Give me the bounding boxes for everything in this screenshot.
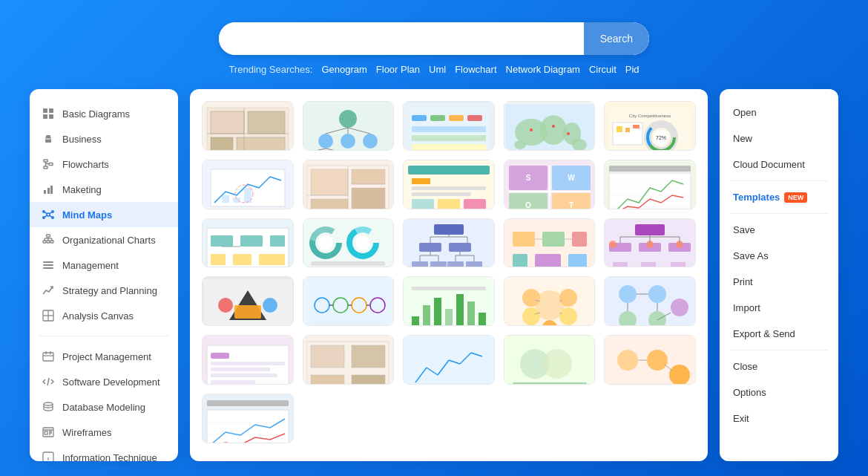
- sidebar-item-analysis[interactable]: Analysis Canvas: [30, 303, 178, 328]
- search-button[interactable]: Search: [584, 22, 649, 55]
- trending-uml[interactable]: Uml: [429, 64, 446, 75]
- template-thumb-movement: [203, 219, 293, 268]
- template-movement[interactable]: avement...: [202, 218, 294, 268]
- panel-new[interactable]: New: [730, 127, 828, 150]
- svg-rect-172: [466, 261, 482, 267]
- template-thumb-2dblock: [504, 219, 595, 268]
- svg-point-92: [540, 115, 567, 145]
- template-orgchart3[interactable]: Org Chart Set 3: [303, 101, 395, 151]
- template-2dblock[interactable]: 2D Block 23: [504, 218, 596, 268]
- panel-cloud[interactable]: Cloud Document: [730, 153, 828, 176]
- trending-genogram[interactable]: Genogram: [321, 64, 366, 75]
- panel-exit[interactable]: Exit: [730, 407, 828, 430]
- svg-line-22: [50, 212, 52, 215]
- template-thumb-bottom1: [303, 336, 394, 385]
- template-empirical[interactable]: Empirical Probability: [202, 160, 294, 209]
- sidebar-label-business: Business: [62, 134, 102, 145]
- panel-close[interactable]: Close: [730, 355, 828, 378]
- trending-circuit[interactable]: Circuit: [589, 64, 617, 75]
- svg-text:T: T: [569, 201, 573, 209]
- template-columnchart[interactable]: Column Chart an...: [403, 276, 495, 326]
- sidebar-item-database[interactable]: Database Modeling: [30, 394, 178, 420]
- template-redesign[interactable]: Redesign Website...: [403, 160, 495, 209]
- svg-rect-262: [211, 362, 285, 365]
- template-homeplan3[interactable]: Home Plan 3: [303, 160, 395, 209]
- sidebar-item-flowcharts[interactable]: Flowcharts: [30, 151, 178, 177]
- svg-rect-112: [222, 195, 229, 203]
- template-deptorg[interactable]: Department Org Chart: [403, 218, 495, 268]
- sidebar-item-info-tech[interactable]: Information Technique: [30, 445, 178, 461]
- panel-open[interactable]: Open: [730, 101, 828, 124]
- template-homeplan1[interactable]: Home Plan 1: [202, 101, 294, 151]
- panel-print[interactable]: Print: [730, 270, 828, 293]
- template-lifeplan[interactable]: Life Plan: [202, 335, 294, 385]
- template-bottom1[interactable]: [303, 335, 395, 385]
- panel-save-as[interactable]: Save As: [730, 244, 828, 267]
- svg-rect-270: [352, 375, 385, 385]
- template-orgchart2[interactable]: Org Chart Set 2: [604, 218, 696, 268]
- svg-rect-129: [412, 199, 434, 209]
- template-bottom3[interactable]: [504, 335, 596, 385]
- sidebar-label-strategy: Strategy and Planning: [62, 285, 157, 296]
- panel-import[interactable]: Import: [730, 296, 828, 319]
- svg-rect-39: [43, 353, 53, 361]
- search-input[interactable]: [219, 22, 584, 55]
- template-worldmap2[interactable]: World Map 2: [504, 101, 596, 151]
- sidebar-item-mind-maps[interactable]: Mind Maps: [30, 202, 178, 227]
- svg-point-96: [530, 128, 533, 131]
- svg-rect-268: [352, 345, 385, 368]
- template-flowsample[interactable]: Flowchart Sample: [604, 276, 696, 326]
- panel-export[interactable]: Export & Send: [730, 322, 828, 345]
- sidebar-item-maketing[interactable]: Maketing: [30, 177, 178, 202]
- sidebar-label-software: Software Development: [62, 376, 160, 388]
- svg-point-163: [355, 235, 370, 250]
- template-swot[interactable]: S W O T Company SWOT: [504, 160, 596, 209]
- template-enhance[interactable]: Enhance Competitit...: [403, 101, 495, 151]
- sidebar-label-maketing: Maketing: [62, 184, 102, 195]
- svg-text:O: O: [525, 201, 531, 209]
- svg-rect-231: [445, 309, 453, 326]
- svg-rect-190: [535, 254, 561, 267]
- svg-rect-2: [43, 114, 47, 119]
- sidebar-item-basic-diagrams[interactable]: Basic Diagrams: [30, 101, 178, 126]
- panel-options[interactable]: Options: [730, 381, 828, 404]
- sidebar-item-strategy[interactable]: Strategy and Planning: [30, 278, 178, 303]
- svg-rect-170: [430, 261, 447, 267]
- template-chemexp[interactable]: Chemical Experim...: [303, 276, 395, 326]
- trending-flowchart[interactable]: Flowchart: [455, 64, 496, 75]
- sidebar-item-project-mgmt[interactable]: Project Management: [30, 344, 178, 369]
- template-bottom5[interactable]: [202, 394, 294, 443]
- sidebar-item-software-dev[interactable]: Software Development: [30, 369, 178, 394]
- trending-pid[interactable]: Pid: [625, 64, 640, 75]
- sidebar-item-business[interactable]: Business: [30, 126, 178, 151]
- svg-rect-33: [43, 261, 53, 263]
- template-bizmatrix[interactable]: Business Matrix Business Matrix ...: [202, 276, 294, 326]
- svg-point-214: [218, 298, 233, 313]
- mindmap-icon: [42, 208, 55, 221]
- svg-rect-265: [211, 380, 255, 384]
- sidebar-item-org-charts[interactable]: Organizational Charts: [30, 227, 178, 252]
- svg-rect-261: [211, 353, 229, 359]
- template-bottom4[interactable]: [604, 335, 696, 385]
- svg-rect-83: [430, 115, 445, 121]
- svg-rect-25: [43, 241, 46, 243]
- database-icon: [42, 400, 55, 414]
- panel-save[interactable]: Save: [730, 218, 828, 241]
- panel-templates[interactable]: Templates NEW: [730, 186, 828, 209]
- svg-point-98: [567, 132, 570, 135]
- template-desalination[interactable]: Desalination Experi...: [604, 160, 696, 209]
- trending-network[interactable]: Network Diagram: [506, 64, 580, 75]
- template-chart3[interactable]: Chart 3: [303, 218, 395, 268]
- svg-rect-199: [613, 262, 628, 267]
- software-icon: [42, 375, 55, 388]
- template-city[interactable]: City Competitiveness 72% City Competitiv…: [604, 101, 696, 151]
- trending-floorplan[interactable]: Floor Plan: [376, 64, 420, 75]
- template-thumb-worldmap2: [504, 102, 595, 151]
- sidebar-item-management[interactable]: Management: [30, 252, 178, 278]
- sidebar-item-wireframes[interactable]: Wireframes: [30, 420, 178, 445]
- svg-rect-228: [412, 316, 419, 326]
- template-bottom2[interactable]: [403, 335, 495, 385]
- manage-icon: [42, 258, 55, 272]
- trending-label: Trending Searches:: [228, 64, 312, 75]
- template-english[interactable]: English Part Of Sp...: [504, 276, 596, 326]
